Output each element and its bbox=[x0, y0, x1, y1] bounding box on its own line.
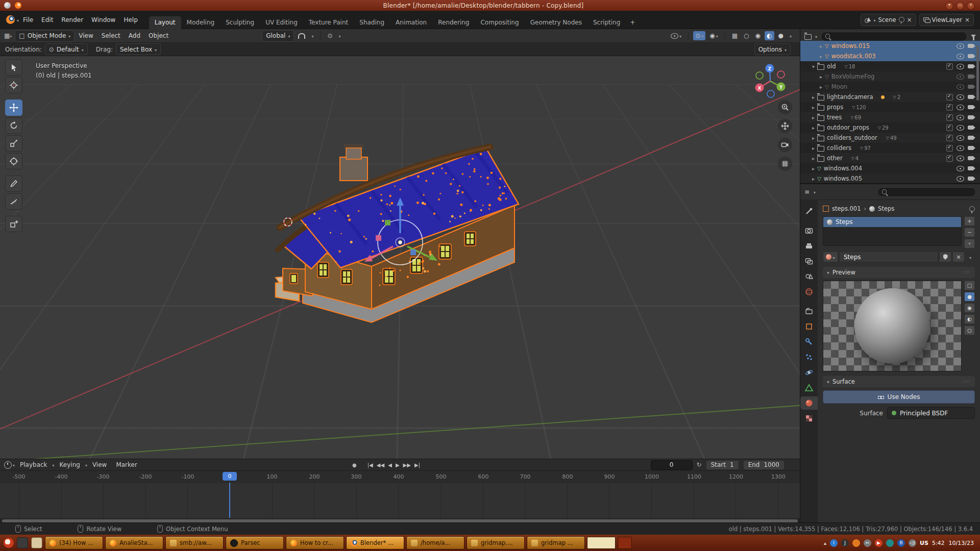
properties-tab-output[interactable] bbox=[800, 239, 818, 253]
outliner-display-caret-icon[interactable] bbox=[815, 33, 817, 40]
hide-eye-icon[interactable] bbox=[957, 166, 964, 171]
drag-dropdown[interactable]: Select Box bbox=[116, 43, 161, 55]
properties-tab-object-data[interactable] bbox=[800, 381, 818, 394]
clipboard-tray-icon[interactable]: ✂ bbox=[864, 539, 871, 547]
material-slot-list[interactable]: Steps bbox=[823, 216, 962, 246]
properties-tab-render[interactable] bbox=[800, 224, 818, 237]
render-camera-icon[interactable] bbox=[968, 177, 974, 181]
hide-eye-icon[interactable] bbox=[957, 176, 964, 182]
outliner-row[interactable]: windows.004 bbox=[800, 163, 980, 173]
outliner-search-input[interactable] bbox=[833, 33, 963, 40]
render-camera-icon[interactable] bbox=[968, 126, 974, 130]
material-specials-button[interactable] bbox=[966, 252, 975, 262]
bluetooth-tray-icon[interactable]: B bbox=[897, 539, 905, 547]
shading-dropdown[interactable] bbox=[788, 31, 794, 40]
menu-tl-view[interactable]: View bbox=[88, 460, 111, 470]
properties-search[interactable] bbox=[877, 187, 976, 197]
timeline-track-area[interactable] bbox=[0, 483, 800, 518]
orientation-default-dropdown[interactable]: Default bbox=[45, 43, 88, 55]
jump-to-start-button[interactable] bbox=[368, 462, 373, 468]
taskbar-window-blender[interactable]: Blender* ... bbox=[346, 536, 404, 549]
playhead-line[interactable] bbox=[229, 483, 230, 518]
start-frame-field[interactable]: Start 1 bbox=[706, 460, 739, 470]
outliner-row[interactable]: BoxVolumeFog bbox=[800, 71, 980, 82]
add-workspace-button[interactable]: + bbox=[626, 16, 639, 29]
hide-eye-icon[interactable] bbox=[957, 84, 964, 90]
app-tray-icon[interactable]: J bbox=[841, 539, 849, 547]
axis-x-label[interactable]: X bbox=[758, 86, 762, 91]
outliner-row[interactable]: lightandcamera 2 bbox=[800, 92, 980, 102]
add-slot-button[interactable] bbox=[964, 216, 975, 226]
preview-section-header[interactable]: Preview ∷∷ bbox=[823, 267, 975, 278]
3d-viewport[interactable]: Z X Y User Perspective (0) old | steps.0… bbox=[0, 56, 800, 459]
preview-hair-button[interactable] bbox=[964, 314, 975, 324]
taskbar-window-firefox-2[interactable]: AnalieSta... bbox=[105, 536, 163, 549]
prev-keyframe-button[interactable] bbox=[377, 462, 384, 468]
disclosure-icon[interactable] bbox=[820, 83, 822, 90]
shading-material-button[interactable] bbox=[765, 31, 774, 40]
properties-tab-particles[interactable] bbox=[800, 350, 818, 364]
zoom-button[interactable] bbox=[778, 100, 792, 114]
use-nodes-button[interactable]: Use Nodes bbox=[823, 390, 975, 404]
proportional-falloff-dropdown[interactable] bbox=[337, 31, 343, 40]
hide-eye-icon[interactable] bbox=[957, 145, 964, 151]
tab-modeling[interactable]: Modeling bbox=[181, 16, 220, 29]
exclude-checkbox[interactable] bbox=[946, 94, 953, 101]
menu-object[interactable]: Object bbox=[144, 31, 173, 41]
shade-button[interactable]: ▾ bbox=[945, 2, 953, 10]
shading-rendered-button[interactable] bbox=[776, 31, 786, 40]
preview-sphere-button[interactable] bbox=[964, 292, 975, 302]
taskbar-window-gridmap-2[interactable]: gridmap ... bbox=[527, 536, 585, 549]
menu-file[interactable]: File bbox=[19, 15, 37, 25]
taskbar-window-gridmap-1[interactable]: gridmap.... bbox=[467, 536, 525, 549]
render-camera-icon[interactable] bbox=[968, 64, 974, 68]
surface-shader-button[interactable]: Principled BSDF bbox=[887, 407, 975, 419]
disclosure-icon[interactable] bbox=[820, 53, 822, 60]
outliner-row[interactable]: props 120 bbox=[800, 102, 980, 112]
pan-hand-button[interactable] bbox=[778, 119, 792, 133]
outliner-row[interactable]: colliders_outdoor 49 bbox=[800, 133, 980, 143]
jump-to-end-button[interactable] bbox=[414, 462, 420, 468]
overlays-toggle[interactable] bbox=[707, 31, 720, 40]
disclosure-icon[interactable] bbox=[812, 134, 815, 141]
shading-solid-button[interactable] bbox=[753, 31, 763, 40]
disclosure-icon[interactable] bbox=[812, 104, 815, 111]
outliner-row[interactable]: woodstack.003 bbox=[800, 51, 980, 61]
disclosure-icon[interactable] bbox=[820, 42, 822, 49]
tool-measure[interactable] bbox=[5, 193, 22, 210]
tab-geometry-nodes[interactable]: Geometry Nodes bbox=[525, 16, 587, 29]
visibility-dropdown[interactable] bbox=[669, 31, 683, 40]
exclude-checkbox[interactable] bbox=[946, 63, 953, 70]
move-gizmo[interactable] bbox=[344, 186, 456, 298]
exclude-checkbox[interactable] bbox=[946, 114, 953, 121]
properties-search-input[interactable] bbox=[890, 188, 971, 196]
minimize-button[interactable]: ▭ bbox=[956, 2, 964, 10]
properties-tab-world[interactable] bbox=[800, 285, 818, 298]
viewlayer-selector[interactable]: ViewLayer bbox=[919, 14, 974, 26]
tool-rotate[interactable] bbox=[5, 117, 22, 134]
properties-tab-collection[interactable] bbox=[800, 305, 818, 318]
preview-flat-button[interactable] bbox=[964, 281, 975, 290]
slot-specials-button[interactable] bbox=[964, 239, 975, 248]
properties-editor-icon[interactable]: ≡ bbox=[804, 188, 810, 195]
render-camera-icon[interactable] bbox=[968, 85, 974, 89]
properties-tab-view-layer[interactable] bbox=[800, 255, 818, 268]
xray-toggle[interactable] bbox=[730, 31, 740, 40]
render-camera-icon[interactable] bbox=[968, 95, 974, 99]
keyboard-layout[interactable]: US bbox=[920, 540, 928, 546]
outliner-row[interactable]: colliders 97 bbox=[800, 143, 980, 153]
menu-marker[interactable]: Marker bbox=[112, 460, 141, 470]
menu-add[interactable]: Add bbox=[125, 31, 144, 41]
play-reverse-button[interactable] bbox=[388, 462, 392, 468]
tool-scale[interactable] bbox=[5, 135, 22, 152]
outliner-display-mode-icon[interactable] bbox=[804, 34, 812, 40]
outliner-row[interactable]: Moon bbox=[800, 82, 980, 92]
tool-move[interactable] bbox=[5, 99, 22, 116]
properties-editor-caret-icon[interactable] bbox=[814, 188, 816, 195]
tool-cursor[interactable] bbox=[5, 77, 22, 93]
tab-uv-editing[interactable]: UV Editing bbox=[260, 16, 303, 29]
disclosure-icon[interactable] bbox=[812, 165, 815, 172]
render-camera-icon[interactable] bbox=[968, 105, 974, 109]
filter-icon[interactable] bbox=[971, 35, 976, 38]
unlink-material-button[interactable] bbox=[952, 252, 965, 262]
